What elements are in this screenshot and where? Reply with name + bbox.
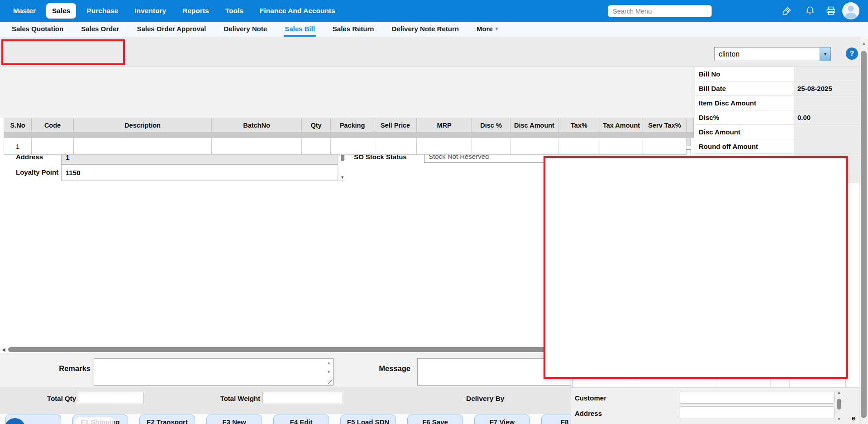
customer-field[interactable] [680,391,835,404]
modal-cell[interactable] [572,247,631,262]
address-field[interactable] [680,406,835,419]
items-cell[interactable] [417,138,472,155]
modal-cell[interactable] [572,357,631,373]
nav-item-inventory[interactable]: Inventory [129,3,172,19]
user-combo-input[interactable] [714,47,820,61]
modal-cell[interactable] [572,310,631,325]
scroll-down-icon[interactable]: ▼ [835,416,843,422]
button-f5-load-sdn[interactable]: F5 Load SDN [340,414,396,424]
modal-cell[interactable] [631,310,716,325]
modal-cell[interactable] [790,247,846,262]
paint-brush-icon[interactable] [782,5,792,16]
scrollbar-thumb[interactable] [837,399,841,410]
nav-item-tools[interactable]: Tools [219,3,249,19]
tab-sales-order-approval[interactable]: Sales Order Approval [136,22,207,37]
items-cell[interactable] [302,138,331,155]
scroll-down-icon[interactable]: ▼ [327,370,331,374]
items-cell[interactable] [558,138,600,155]
remarks-textarea[interactable] [94,358,334,386]
nav-item-finance-and-accounts[interactable]: Finance And Accounts [254,3,341,19]
button-f2-transport[interactable]: F2 Transport [139,414,195,424]
modal-cell[interactable] [716,342,771,357]
modal-cell[interactable] [716,357,771,373]
items-cell[interactable] [643,138,687,155]
modal-cell[interactable] [572,342,631,357]
modal-cell[interactable] [572,278,631,294]
help-button[interactable]: ? [846,48,858,60]
modal-cell[interactable] [572,373,631,389]
items-cell[interactable]: 1 [4,138,32,155]
modal-cell[interactable] [790,294,846,310]
total-weight-field[interactable] [262,392,343,404]
modal-cell[interactable] [790,342,846,357]
tab-sales-order[interactable]: Sales Order [80,22,120,37]
nav-item-master[interactable]: Master [7,3,42,19]
items-cell[interactable] [331,138,374,155]
modal-cell[interactable] [631,294,716,310]
close-icon[interactable]: X [832,184,841,193]
nav-item-reports[interactable]: Reports [176,3,215,19]
modal-cell[interactable] [631,342,716,357]
modal-cell[interactable] [790,262,846,278]
modal-cell[interactable] [716,247,771,262]
modal-cell[interactable] [771,373,790,389]
modal-cell[interactable] [790,373,846,389]
tab-sales-bill[interactable]: Sales Bill [284,22,316,37]
tab-sales-quotation[interactable]: Sales Quotation [11,22,64,37]
modal-cell[interactable] [790,326,846,341]
modal-cell[interactable] [716,262,771,278]
items-cell[interactable] [472,138,510,155]
search-input[interactable] [608,5,712,17]
modal-cell[interactable] [631,247,716,262]
table-row[interactable] [572,373,846,389]
scroll-up-icon[interactable]: ▲ [859,41,868,46]
items-cell[interactable] [212,138,302,155]
button-f7-view[interactable]: F7 View [474,414,530,424]
modal-cell[interactable] [771,310,790,325]
resize-grip-icon[interactable] [328,380,333,385]
modal-cell[interactable] [572,294,631,310]
so-search-input[interactable] [575,219,844,231]
table-row[interactable] [572,310,846,326]
button-f4-edit[interactable]: F4 Edit [273,414,329,424]
so-filter-select[interactable]: SO No ⌄ [573,202,845,216]
nav-item-sales[interactable]: Sales [46,3,76,19]
table-row[interactable] [572,342,846,357]
modal-cell[interactable] [771,278,790,294]
table-row[interactable] [572,262,846,278]
total-qty-field[interactable] [78,392,144,404]
modal-header[interactable]: Sales Order X [572,181,845,201]
items-cell[interactable] [510,138,558,155]
modal-cell[interactable] [716,373,771,389]
modal-cell[interactable] [631,326,716,341]
modal-cell[interactable] [771,357,790,373]
table-row[interactable] [572,326,846,342]
items-cell[interactable] [600,138,643,155]
table-row[interactable] [572,357,846,373]
printer-icon[interactable] [825,5,836,16]
table-row[interactable] [572,278,846,294]
modal-cell[interactable] [716,310,771,325]
modal-cell[interactable] [572,262,631,278]
modal-cell[interactable] [572,326,631,341]
scrollbar-thumb[interactable] [861,51,867,418]
tab-sales-return[interactable]: Sales Return [332,22,375,37]
tab-delivery-note-return[interactable]: Delivery Note Return [391,22,460,37]
tab-more[interactable]: More▾ [476,22,499,37]
scroll-left-icon[interactable]: ◀ [2,347,5,352]
modal-cell[interactable] [771,294,790,310]
loyalty-point-field[interactable]: 1150 [61,164,338,181]
modal-cell[interactable] [771,247,790,262]
modal-cell[interactable] [716,326,771,341]
items-cell[interactable] [374,138,417,155]
modal-cell[interactable] [631,278,716,294]
tab-delivery-note[interactable]: Delivery Note [223,22,268,37]
modal-cell[interactable] [771,326,790,341]
scrollbar-thumb[interactable] [8,347,571,352]
items-cell[interactable] [32,138,74,155]
modal-cell[interactable] [790,310,846,325]
user-avatar[interactable] [842,2,859,19]
button-f6-save[interactable]: F6 Save [407,414,463,424]
nav-item-purchase[interactable]: Purchase [81,3,124,19]
modal-cell[interactable] [790,278,846,294]
